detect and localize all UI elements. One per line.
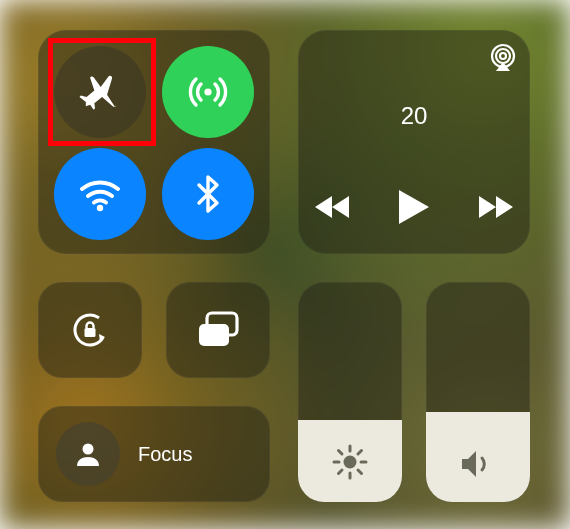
wifi-icon xyxy=(75,169,125,219)
bluetooth-icon xyxy=(186,172,230,216)
svg-line-17 xyxy=(339,470,343,474)
bluetooth-button[interactable] xyxy=(162,148,254,240)
person-icon xyxy=(73,439,103,469)
volume-slider[interactable] xyxy=(426,282,530,502)
play-button[interactable] xyxy=(399,190,429,224)
wifi-button[interactable] xyxy=(54,148,146,240)
forward-button[interactable] xyxy=(477,194,513,220)
svg-point-3 xyxy=(496,49,510,63)
brightness-slider[interactable] xyxy=(298,282,402,502)
control-center: 20 xyxy=(0,0,570,529)
svg-rect-8 xyxy=(199,324,229,346)
svg-point-0 xyxy=(204,88,211,95)
connectivity-tile[interactable] xyxy=(38,30,270,254)
cellular-data-button[interactable] xyxy=(162,46,254,138)
rewind-button[interactable] xyxy=(315,194,351,220)
svg-point-1 xyxy=(97,205,103,211)
screen-mirroring-icon xyxy=(194,310,242,350)
volume-icon xyxy=(459,448,497,480)
screen-mirroring-button[interactable] xyxy=(166,282,270,378)
svg-point-9 xyxy=(83,444,94,455)
svg-line-18 xyxy=(358,451,362,455)
svg-rect-6 xyxy=(85,328,96,337)
focus-label: Focus xyxy=(138,443,192,466)
focus-button[interactable]: Focus xyxy=(38,406,270,502)
airplane-mode-button[interactable] xyxy=(54,46,146,138)
svg-line-15 xyxy=(339,451,343,455)
focus-icon-button[interactable] xyxy=(56,422,120,486)
brightness-icon xyxy=(332,444,368,480)
airplane-icon xyxy=(77,69,123,115)
svg-point-4 xyxy=(500,53,506,59)
antenna-icon xyxy=(184,68,232,116)
svg-line-16 xyxy=(358,470,362,474)
media-tile[interactable]: 20 xyxy=(298,30,530,254)
orientation-lock-icon xyxy=(67,307,113,353)
svg-point-10 xyxy=(344,456,357,469)
media-title: 20 xyxy=(298,102,530,130)
airplay-icon[interactable] xyxy=(488,42,518,72)
orientation-lock-button[interactable] xyxy=(38,282,142,378)
